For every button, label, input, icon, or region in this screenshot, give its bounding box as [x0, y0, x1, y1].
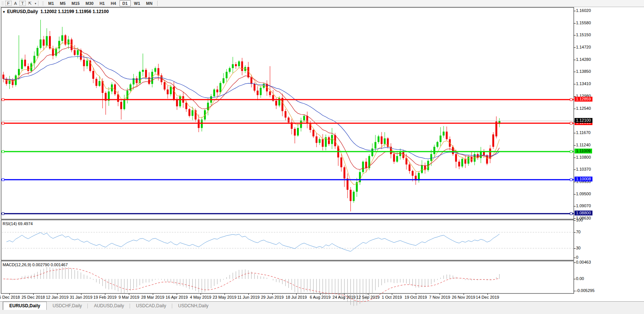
- line-drag-handle[interactable]: [570, 212, 572, 215]
- candle-body: [480, 151, 482, 158]
- candle-body: [189, 109, 191, 116]
- candle-body: [486, 155, 488, 164]
- price-tick-mark: [574, 170, 576, 170]
- candle-body: [204, 110, 206, 119]
- candle-body: [192, 110, 193, 116]
- date-label: 23 May 2019: [213, 295, 236, 299]
- date-label: 29 Jun 2019: [261, 295, 284, 299]
- candle-body: [27, 66, 29, 71]
- price-level-label: 1.11009: [575, 149, 592, 153]
- candle-body: [136, 78, 137, 83]
- candle-body: [154, 68, 156, 72]
- macd-tick-label: 0.00463: [576, 260, 591, 264]
- price-tick-mark: [574, 84, 576, 84]
- trading-terminal-window: { "toolbar": { "tools": [ {"name": "indi…: [0, 0, 644, 314]
- candle-body: [21, 60, 23, 69]
- price-tick-mark: [574, 60, 576, 60]
- candle-body: [170, 87, 172, 94]
- date-label: 25 Dec 2018: [22, 295, 45, 299]
- price-tick-label: 1.16020: [576, 8, 591, 13]
- candle-body: [96, 79, 97, 86]
- candle-body: [371, 149, 373, 156]
- rsi-tick-label: 30: [576, 246, 580, 250]
- candle-body: [83, 60, 85, 66]
- line-drag-handle[interactable]: [2, 212, 4, 215]
- line-drag-handle[interactable]: [570, 150, 572, 153]
- candle-body: [232, 64, 234, 68]
- candle-body: [350, 190, 352, 201]
- candle-body: [18, 69, 20, 75]
- candle-body: [238, 61, 240, 66]
- candle-body: [229, 68, 230, 72]
- candle-body: [409, 165, 411, 171]
- rsi-indicator-label: RSI(14) 69.4974: [3, 221, 33, 226]
- line-drag-handle[interactable]: [570, 178, 572, 181]
- candle-body: [316, 136, 318, 143]
- candle-body: [30, 63, 32, 71]
- candle-body: [37, 48, 38, 56]
- candle-body: [86, 60, 88, 66]
- date-label: 24 Aug 2019: [332, 295, 356, 299]
- candle-body: [294, 129, 296, 136]
- chart-ohlc-values: 1.12002 1.12199 1.11956 1.12100: [40, 9, 109, 14]
- candle-body: [375, 142, 377, 148]
- price-chart[interactable]: [0, 0, 644, 314]
- line-drag-handle[interactable]: [570, 122, 572, 124]
- candle-body: [216, 90, 218, 93]
- candle-body: [179, 96, 181, 106]
- candle-body: [412, 171, 414, 176]
- candle-body: [331, 135, 333, 144]
- main-panel-border: [1, 7, 574, 219]
- date-label: 19 Oct 2019: [405, 295, 427, 299]
- candle-body: [344, 167, 346, 178]
- candle-body: [269, 91, 271, 95]
- candle-body: [12, 80, 13, 85]
- candle-body: [353, 192, 354, 201]
- candle-body: [145, 70, 147, 77]
- chart-symbol-label: EURUSD,Daily: [7, 9, 38, 14]
- candle-body: [443, 132, 445, 136]
- candle-body: [213, 90, 215, 96]
- candle-body: [123, 100, 125, 109]
- candle-body: [142, 70, 144, 72]
- rsi-panel-border: [1, 220, 574, 260]
- candle-body: [99, 81, 100, 86]
- candle-body: [362, 162, 364, 172]
- price-level-label: 1.10008: [575, 177, 592, 181]
- price-tick-mark: [574, 194, 576, 195]
- rsi-tick-mark: [574, 232, 576, 233]
- price-tick-label: 1.09070: [576, 203, 591, 208]
- price-tick-mark: [574, 35, 576, 35]
- candle-body: [226, 72, 227, 78]
- candle-body: [257, 91, 258, 95]
- price-tick-mark: [574, 158, 576, 158]
- date-label: 1 Oct 2019: [382, 295, 402, 299]
- macd-tick-label: -0.005295: [576, 288, 595, 293]
- candle-body: [300, 120, 302, 128]
- candle-body: [207, 103, 209, 110]
- price-tick-label: 1.11670: [576, 130, 591, 135]
- symbol-collapse-icon[interactable]: ▼: [2, 10, 6, 14]
- candle-body: [303, 116, 305, 120]
- candle-body: [117, 94, 119, 102]
- line-drag-handle[interactable]: [570, 99, 572, 101]
- candle-body: [433, 147, 435, 154]
- candle-body: [164, 82, 165, 90]
- price-tick-label: 1.14720: [576, 45, 591, 49]
- line-drag-handle[interactable]: [2, 178, 4, 181]
- price-tick-mark: [574, 206, 576, 206]
- candle-body: [43, 40, 44, 46]
- current-price-label: 1.12100: [575, 118, 592, 123]
- candle-body: [55, 49, 57, 56]
- candle-body: [384, 139, 386, 144]
- candle-body: [74, 50, 75, 55]
- candle-body: [340, 158, 342, 167]
- line-drag-handle[interactable]: [2, 99, 4, 101]
- candle-body: [254, 84, 256, 91]
- line-drag-handle[interactable]: [2, 150, 4, 153]
- candle-body: [468, 157, 470, 164]
- candle-body: [185, 103, 187, 109]
- line-drag-handle[interactable]: [2, 122, 4, 124]
- price-tick-label: 1.11240: [576, 143, 591, 147]
- candle-body: [24, 60, 26, 66]
